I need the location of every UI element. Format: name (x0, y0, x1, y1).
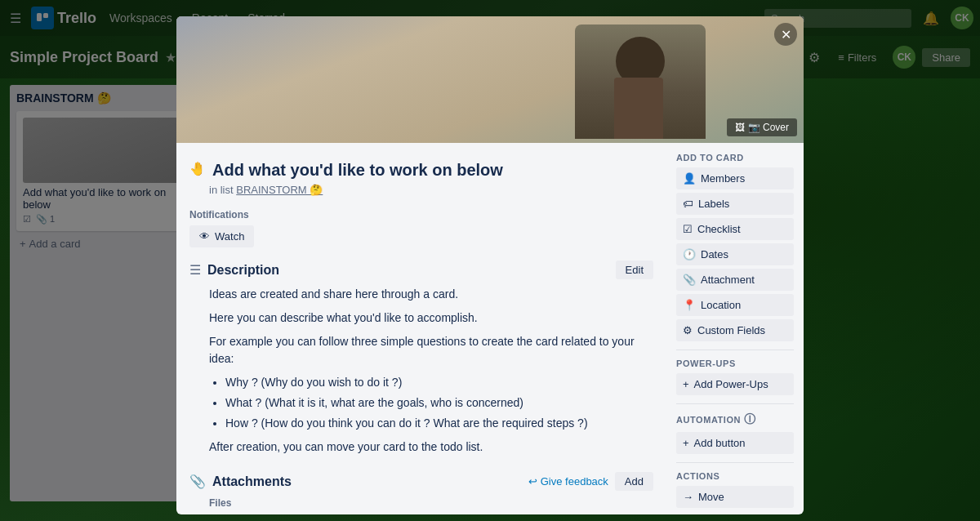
attachments-title: Attachments (212, 474, 292, 489)
checklist-icon: ☑ (683, 223, 693, 235)
automation-label: Automation ⓘ (676, 412, 794, 427)
card-title-area: 🤚 Add what you'd like to work on below (189, 159, 653, 180)
description-section: ☰ Description Edit Ideas are created and… (189, 260, 653, 456)
attachments-header: 📎 Attachments ↩ Give feedback Add (189, 472, 653, 491)
power-ups-label: Power-Ups (676, 358, 794, 368)
plus-power-icon: + (683, 378, 689, 390)
actions-label: Actions (676, 471, 794, 481)
modal-close-button[interactable]: ✕ (774, 23, 797, 46)
sidebar-divider-2 (676, 403, 794, 404)
arrow-icon: → (683, 491, 693, 503)
notifications-label: Notifications (189, 209, 653, 220)
attachments-section: 📎 Attachments ↩ Give feedback Add Files … (189, 472, 653, 514)
add-button-btn[interactable]: + Add button (676, 432, 794, 454)
desc-footer: After creation, you can move your card t… (209, 439, 653, 456)
member-icon: 👤 (683, 172, 696, 185)
eye-icon: 👁 (199, 230, 210, 243)
clip-icon: 📎 (683, 274, 696, 286)
label-icon: 🏷 (683, 198, 693, 210)
sidebar-divider-1 (676, 350, 794, 350)
card-hand-icon: 🤚 (189, 161, 206, 176)
cover-image (176, 16, 804, 143)
modal-overlay: 🖼 📷 Cover ✕ 🤚 Add what you'd like to wor… (0, 0, 980, 521)
move-button[interactable]: → Move (676, 486, 794, 508)
desc-bullet-2: What ? (What it is it, what are the goal… (225, 394, 653, 412)
desc-line-3: For example you can follow three simple … (209, 333, 653, 367)
card-modal: 🖼 📷 Cover ✕ 🤚 Add what you'd like to wor… (176, 16, 804, 514)
clock-icon: 🕐 (683, 248, 696, 260)
desc-bullet-1: Why ? (Why do you wish to do it ?) (225, 374, 653, 391)
description-header: ☰ Description Edit (189, 260, 653, 279)
add-to-card-label: Add to card (676, 153, 794, 163)
card-list-ref: in list BRAINSTORM 🤔 (209, 184, 653, 196)
members-button[interactable]: 👤 Members (676, 167, 794, 189)
edit-button[interactable]: Edit (616, 260, 653, 279)
modal-sidebar: Add to card 👤 Members 🏷 Labels ☑ Checkli… (666, 143, 804, 514)
sidebar-divider-3 (676, 462, 794, 463)
info-icon[interactable]: ⓘ (744, 412, 756, 427)
checklist-button[interactable]: ☑ Checklist (676, 218, 794, 240)
feedback-arrow-icon: ↩ (528, 475, 537, 488)
labels-button[interactable]: 🏷 Labels (676, 193, 794, 215)
description-title: Description (207, 263, 279, 278)
modal-body: 🤚 Add what you'd like to work on below i… (176, 143, 804, 514)
desc-line-1: Ideas are created and share here through… (209, 286, 653, 303)
attachment-icon: 📎 (189, 474, 206, 489)
list-ref-link[interactable]: BRAINSTORM 🤔 (236, 184, 323, 196)
card-title: Add what you'd like to work on below (212, 159, 503, 180)
desc-bullet-3: How ? (How do you think you can do it ? … (225, 415, 653, 432)
camera-icon: 🖼 (735, 122, 745, 133)
desc-line-2: Here you can describe what you'd like to… (209, 309, 653, 327)
cover-button[interactable]: 🖼 📷 Cover (727, 118, 797, 136)
location-button[interactable]: 📍 Location (676, 294, 794, 316)
plus-auto-icon: + (683, 437, 689, 449)
give-feedback-button[interactable]: ↩ Give feedback (528, 475, 608, 488)
add-power-ups-button[interactable]: + Add Power-Ups (676, 373, 794, 395)
custom-fields-button[interactable]: ⚙ Custom Fields (676, 319, 794, 341)
modal-main: 🤚 Add what you'd like to work on below i… (176, 143, 666, 514)
modal-cover: 🖼 📷 Cover ✕ (176, 16, 804, 143)
location-pin-icon: 📍 (683, 299, 696, 311)
custom-fields-icon: ⚙ (683, 324, 693, 336)
watch-button[interactable]: 👁 Watch (189, 225, 254, 247)
description-text: Ideas are created and share here through… (209, 286, 653, 456)
add-attachment-button[interactable]: Add (615, 472, 653, 491)
attachment-sidebar-button[interactable]: 📎 Attachment (676, 269, 794, 291)
dates-button[interactable]: 🕐 Dates (676, 243, 794, 265)
description-icon: ☰ (189, 262, 201, 278)
files-label: Files (209, 497, 653, 509)
notifications-section: Notifications 👁 Watch (189, 209, 653, 247)
